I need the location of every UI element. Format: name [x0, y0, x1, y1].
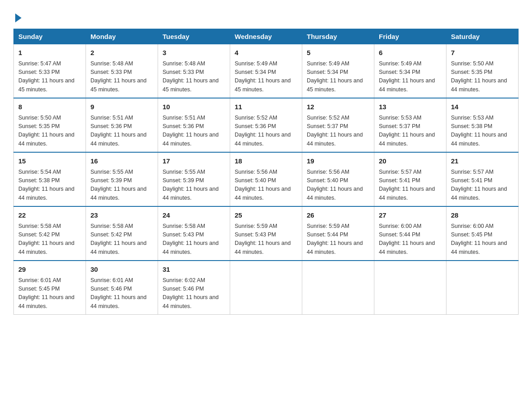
calendar-cell: 1Sunrise: 5:47 AMSunset: 5:33 PMDaylight…: [14, 44, 86, 98]
day-info: Sunrise: 6:01 AMSunset: 5:45 PMDaylight:…: [18, 276, 81, 311]
day-info: Sunrise: 6:00 AMSunset: 5:44 PMDaylight:…: [379, 222, 442, 257]
calendar-cell: 9Sunrise: 5:51 AMSunset: 5:36 PMDaylight…: [86, 98, 158, 152]
day-info: Sunrise: 5:59 AMSunset: 5:43 PMDaylight:…: [235, 222, 297, 257]
day-number: 4: [235, 48, 297, 58]
calendar-cell: [374, 261, 446, 315]
calendar-cell: 18Sunrise: 5:56 AMSunset: 5:40 PMDayligh…: [230, 152, 302, 206]
day-number: 2: [90, 48, 153, 58]
day-number: 6: [379, 48, 442, 58]
calendar-cell: 13Sunrise: 5:53 AMSunset: 5:37 PMDayligh…: [374, 98, 446, 152]
day-info: Sunrise: 5:49 AMSunset: 5:34 PMDaylight:…: [235, 60, 297, 94]
day-info: Sunrise: 5:51 AMSunset: 5:36 PMDaylight:…: [90, 114, 153, 149]
day-number: 25: [235, 210, 297, 221]
calendar-cell: [230, 261, 302, 315]
day-info: Sunrise: 5:58 AMSunset: 5:43 PMDaylight:…: [163, 222, 225, 257]
day-number: 18: [235, 156, 297, 167]
calendar-cell: 3Sunrise: 5:48 AMSunset: 5:33 PMDaylight…: [158, 44, 230, 98]
calendar-cell: [302, 261, 374, 315]
calendar-week-row: 1Sunrise: 5:47 AMSunset: 5:33 PMDaylight…: [14, 44, 519, 98]
calendar-header-monday: Monday: [86, 29, 158, 44]
day-number: 23: [90, 210, 153, 221]
day-info: Sunrise: 5:50 AMSunset: 5:35 PMDaylight:…: [451, 60, 514, 94]
calendar-header-thursday: Thursday: [302, 29, 374, 44]
day-info: Sunrise: 5:53 AMSunset: 5:38 PMDaylight:…: [451, 114, 514, 149]
calendar-header-sunday: Sunday: [14, 29, 86, 44]
day-info: Sunrise: 5:58 AMSunset: 5:42 PMDaylight:…: [18, 222, 81, 257]
day-info: Sunrise: 5:47 AMSunset: 5:33 PMDaylight:…: [18, 60, 81, 94]
calendar-cell: 12Sunrise: 5:52 AMSunset: 5:37 PMDayligh…: [302, 98, 374, 152]
calendar-cell: 11Sunrise: 5:52 AMSunset: 5:36 PMDayligh…: [230, 98, 302, 152]
logo: [13, 13, 21, 23]
day-info: Sunrise: 5:57 AMSunset: 5:41 PMDaylight:…: [379, 168, 442, 203]
calendar-week-row: 22Sunrise: 5:58 AMSunset: 5:42 PMDayligh…: [14, 206, 519, 261]
page-header: [13, 9, 519, 23]
calendar-cell: 29Sunrise: 6:01 AMSunset: 5:45 PMDayligh…: [14, 261, 86, 315]
calendar-header-wednesday: Wednesday: [230, 29, 302, 44]
day-info: Sunrise: 5:51 AMSunset: 5:36 PMDaylight:…: [163, 114, 225, 149]
calendar-table: SundayMondayTuesdayWednesdayThursdayFrid…: [13, 29, 519, 315]
day-number: 8: [18, 102, 81, 112]
day-info: Sunrise: 5:48 AMSunset: 5:33 PMDaylight:…: [90, 60, 153, 94]
day-info: Sunrise: 5:55 AMSunset: 5:39 PMDaylight:…: [163, 168, 225, 203]
day-number: 3: [163, 48, 225, 58]
calendar-cell: 28Sunrise: 6:00 AMSunset: 5:45 PMDayligh…: [446, 206, 519, 261]
day-number: 13: [379, 102, 442, 112]
day-info: Sunrise: 5:55 AMSunset: 5:39 PMDaylight:…: [90, 168, 153, 203]
day-number: 21: [451, 156, 514, 167]
calendar-header-friday: Friday: [374, 29, 446, 44]
calendar-cell: 16Sunrise: 5:55 AMSunset: 5:39 PMDayligh…: [86, 152, 158, 206]
calendar-cell: 5Sunrise: 5:49 AMSunset: 5:34 PMDaylight…: [302, 44, 374, 98]
day-info: Sunrise: 5:57 AMSunset: 5:41 PMDaylight:…: [451, 168, 514, 203]
day-info: Sunrise: 5:56 AMSunset: 5:40 PMDaylight:…: [235, 168, 297, 203]
calendar-cell: 23Sunrise: 5:58 AMSunset: 5:42 PMDayligh…: [86, 206, 158, 261]
day-number: 31: [163, 265, 225, 275]
day-number: 30: [90, 265, 153, 275]
calendar-cell: 15Sunrise: 5:54 AMSunset: 5:38 PMDayligh…: [14, 152, 86, 206]
day-info: Sunrise: 5:52 AMSunset: 5:37 PMDaylight:…: [307, 114, 369, 149]
calendar-cell: 22Sunrise: 5:58 AMSunset: 5:42 PMDayligh…: [14, 206, 86, 261]
day-number: 27: [379, 210, 442, 221]
day-number: 17: [163, 156, 225, 167]
calendar-cell: 27Sunrise: 6:00 AMSunset: 5:44 PMDayligh…: [374, 206, 446, 261]
day-number: 10: [163, 102, 225, 112]
calendar-cell: 30Sunrise: 6:01 AMSunset: 5:46 PMDayligh…: [86, 261, 158, 315]
calendar-cell: 31Sunrise: 6:02 AMSunset: 5:46 PMDayligh…: [158, 261, 230, 315]
logo-triangle-icon: [15, 13, 21, 22]
day-number: 7: [451, 48, 514, 58]
calendar-cell: [446, 261, 519, 315]
calendar-cell: 6Sunrise: 5:49 AMSunset: 5:34 PMDaylight…: [374, 44, 446, 98]
day-info: Sunrise: 5:49 AMSunset: 5:34 PMDaylight:…: [307, 60, 369, 94]
day-info: Sunrise: 5:56 AMSunset: 5:40 PMDaylight:…: [307, 168, 369, 203]
logo-blue-text: [13, 13, 21, 23]
calendar-cell: 21Sunrise: 5:57 AMSunset: 5:41 PMDayligh…: [446, 152, 519, 206]
day-number: 9: [90, 102, 153, 112]
day-info: Sunrise: 5:50 AMSunset: 5:35 PMDaylight:…: [18, 114, 81, 149]
calendar-week-row: 8Sunrise: 5:50 AMSunset: 5:35 PMDaylight…: [14, 98, 519, 152]
calendar-cell: 26Sunrise: 5:59 AMSunset: 5:44 PMDayligh…: [302, 206, 374, 261]
day-number: 5: [307, 48, 369, 58]
calendar-cell: 17Sunrise: 5:55 AMSunset: 5:39 PMDayligh…: [158, 152, 230, 206]
day-number: 14: [451, 102, 514, 112]
day-number: 20: [379, 156, 442, 167]
day-number: 11: [235, 102, 297, 112]
day-info: Sunrise: 5:52 AMSunset: 5:36 PMDaylight:…: [235, 114, 297, 149]
calendar-cell: 8Sunrise: 5:50 AMSunset: 5:35 PMDaylight…: [14, 98, 86, 152]
calendar-cell: 4Sunrise: 5:49 AMSunset: 5:34 PMDaylight…: [230, 44, 302, 98]
calendar-week-row: 29Sunrise: 6:01 AMSunset: 5:45 PMDayligh…: [14, 261, 519, 315]
day-info: Sunrise: 6:02 AMSunset: 5:46 PMDaylight:…: [163, 276, 225, 311]
calendar-week-row: 15Sunrise: 5:54 AMSunset: 5:38 PMDayligh…: [14, 152, 519, 206]
day-number: 29: [18, 265, 81, 275]
day-info: Sunrise: 5:48 AMSunset: 5:33 PMDaylight:…: [163, 60, 225, 94]
calendar-header-tuesday: Tuesday: [158, 29, 230, 44]
day-info: Sunrise: 5:49 AMSunset: 5:34 PMDaylight:…: [379, 60, 442, 94]
calendar-cell: 19Sunrise: 5:56 AMSunset: 5:40 PMDayligh…: [302, 152, 374, 206]
day-info: Sunrise: 5:53 AMSunset: 5:37 PMDaylight:…: [379, 114, 442, 149]
day-info: Sunrise: 6:00 AMSunset: 5:45 PMDaylight:…: [451, 222, 514, 257]
day-info: Sunrise: 6:01 AMSunset: 5:46 PMDaylight:…: [90, 276, 153, 311]
day-number: 26: [307, 210, 369, 221]
calendar-cell: 25Sunrise: 5:59 AMSunset: 5:43 PMDayligh…: [230, 206, 302, 261]
day-number: 22: [18, 210, 81, 221]
calendar-header-saturday: Saturday: [446, 29, 519, 44]
day-number: 28: [451, 210, 514, 221]
day-info: Sunrise: 5:54 AMSunset: 5:38 PMDaylight:…: [18, 168, 81, 203]
